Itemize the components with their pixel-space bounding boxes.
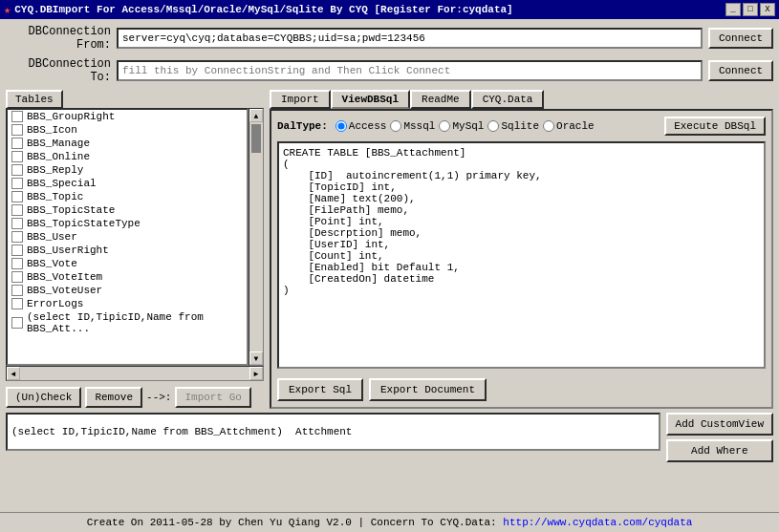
list-item[interactable]: BBS_VoteItem — [8, 270, 247, 284]
import-go-button[interactable]: Import Go — [175, 387, 250, 408]
radio-mysql-input[interactable] — [439, 120, 450, 132]
h-scroll-track — [20, 367, 249, 380]
scroll-up-button[interactable]: ▲ — [249, 109, 263, 122]
table-name: BBS_Manage — [27, 138, 90, 149]
table-name: BBS_Topic — [27, 191, 83, 202]
radio-mssql-input[interactable] — [390, 120, 401, 132]
list-item[interactable]: BBS_Topic — [8, 190, 247, 203]
custom-view-input[interactable] — [6, 413, 660, 451]
radio-access: Access — [335, 120, 387, 132]
table-name: BBS_GroupRight — [27, 111, 115, 122]
connect-to-button[interactable]: Connect — [708, 60, 773, 81]
export-document-button[interactable]: Export Document — [369, 378, 487, 401]
radio-oracle-input[interactable] — [543, 120, 554, 132]
table-name: BBS_Vote — [27, 258, 77, 269]
table-name: BBS_VoteUser — [27, 285, 102, 296]
table-checkbox[interactable] — [11, 258, 23, 269]
list-item[interactable]: BBS_VoteUser — [8, 284, 247, 297]
export-sql-button[interactable]: Export Sql — [277, 378, 363, 401]
content-area: Tables BBS_GroupRight BBS_Icon BBS_Manag… — [6, 90, 773, 409]
connect-from-button[interactable]: Connect — [708, 28, 773, 49]
tables-list-container: BBS_GroupRight BBS_Icon BBS_Manage BBS_O… — [6, 108, 264, 366]
daltype-row: DalType: Access Mssql MySql — [277, 117, 766, 136]
left-panel: Tables BBS_GroupRight BBS_Icon BBS_Manag… — [6, 90, 264, 409]
uncheck-button[interactable]: (Un)Check — [6, 387, 81, 408]
table-name: ErrorLogs — [27, 298, 83, 309]
list-item[interactable]: BBS_User — [8, 230, 247, 244]
table-checkbox[interactable] — [11, 231, 23, 243]
db-to-label: DBConnection To: — [6, 57, 111, 84]
tables-list: BBS_GroupRight BBS_Icon BBS_Manage BBS_O… — [6, 108, 249, 366]
radio-access-label: Access — [349, 120, 387, 132]
tabs-row: Import ViewDBSql ReadMe CYQ.Data — [270, 90, 773, 109]
maximize-button[interactable]: □ — [743, 3, 758, 16]
minimize-button[interactable]: _ — [725, 3, 741, 16]
lower-area: Add CustomView Add Where — [6, 413, 773, 462]
list-item[interactable]: BBS_TopicState — [8, 203, 247, 217]
db-to-input[interactable] — [117, 60, 703, 81]
table-checkbox[interactable] — [11, 317, 23, 329]
radio-mssql: Mssql — [390, 120, 435, 132]
table-name: BBS_VoteItem — [27, 271, 102, 283]
radio-access-input[interactable] — [335, 120, 347, 132]
title-bar-left: ★ CYQ.DBImport For Access/Mssql/Oracle/M… — [4, 3, 513, 17]
list-item[interactable]: BBS_Icon — [8, 123, 247, 137]
tab-cyqdata[interactable]: CYQ.Data — [471, 90, 545, 109]
scroll-right-button[interactable]: ► — [249, 367, 263, 380]
bottom-link[interactable]: http://www.cyqdata.com/cyqdata — [503, 517, 692, 528]
table-checkbox[interactable] — [11, 218, 23, 229]
list-item[interactable]: BBS_UserRight — [8, 244, 247, 257]
list-item[interactable]: BBS_GroupRight — [8, 110, 247, 123]
list-item[interactable]: ErrorLogs — [8, 297, 247, 310]
list-item[interactable]: BBS_Online — [8, 150, 247, 163]
sql-textarea[interactable] — [277, 141, 766, 369]
table-name: BBS_Online — [27, 151, 90, 162]
tables-tab[interactable]: Tables — [6, 90, 63, 109]
table-checkbox[interactable] — [11, 204, 23, 216]
db-from-input[interactable] — [117, 28, 703, 49]
table-checkbox[interactable] — [11, 285, 23, 296]
list-item[interactable]: BBS_TopicStateType — [8, 217, 247, 230]
table-checkbox[interactable] — [11, 191, 23, 202]
tab-viewdbsql[interactable]: ViewDBSql — [331, 90, 410, 109]
table-name: BBS_UserRight — [27, 245, 109, 256]
list-item[interactable]: BBS_Manage — [8, 137, 247, 150]
export-row: Export Sql Export Document — [277, 378, 766, 401]
list-item[interactable]: BBS_Vote — [8, 257, 247, 270]
remove-button[interactable]: Remove — [85, 387, 142, 408]
bottom-buttons: (Un)Check Remove -->: Import Go — [6, 387, 264, 408]
table-checkbox[interactable] — [11, 124, 23, 136]
radio-sqlite-input[interactable] — [487, 120, 499, 132]
scroll-left-button[interactable]: ◄ — [7, 367, 20, 380]
add-where-button[interactable]: Add Where — [666, 439, 773, 462]
table-checkbox[interactable] — [11, 151, 23, 162]
execute-dbsql-button[interactable]: Execute DBSql — [664, 117, 766, 136]
close-button[interactable]: X — [760, 3, 775, 16]
table-checkbox[interactable] — [11, 111, 23, 122]
list-item[interactable]: (select ID,TipicID,Name from BBS_Att... — [8, 310, 247, 335]
table-checkbox[interactable] — [11, 178, 23, 189]
db-connection-to-row: DBConnection To: Connect — [6, 57, 773, 84]
add-custom-view-button[interactable]: Add CustomView — [666, 413, 773, 436]
table-checkbox[interactable] — [11, 138, 23, 149]
radio-mysql-label: MySql — [452, 120, 484, 132]
table-name: BBS_TopicStateType — [27, 218, 141, 229]
table-checkbox[interactable] — [11, 245, 23, 256]
list-item[interactable]: BBS_Special — [8, 177, 247, 190]
table-name: BBS_User — [27, 231, 77, 243]
tab-import[interactable]: Import — [270, 90, 331, 109]
horizontal-scrollbar[interactable]: ◄ ► — [6, 366, 264, 381]
vertical-scrollbar[interactable]: ▲ ▼ — [249, 108, 264, 366]
list-item[interactable]: BBS_Reply — [8, 163, 247, 177]
radio-oracle: Oracle — [543, 120, 595, 132]
table-checkbox[interactable] — [11, 164, 23, 176]
table-checkbox[interactable] — [11, 271, 23, 283]
bottom-bar: Create On 2011-05-28 by Chen Yu Qiang V2… — [0, 512, 779, 532]
scroll-thumb[interactable] — [251, 124, 261, 153]
tab-readme[interactable]: ReadMe — [410, 90, 471, 109]
scroll-down-button[interactable]: ▼ — [249, 351, 263, 365]
table-checkbox[interactable] — [11, 298, 23, 309]
radio-mysql: MySql — [439, 120, 484, 132]
app-icon: ★ — [4, 3, 11, 17]
radio-mssql-label: Mssql — [403, 120, 435, 132]
